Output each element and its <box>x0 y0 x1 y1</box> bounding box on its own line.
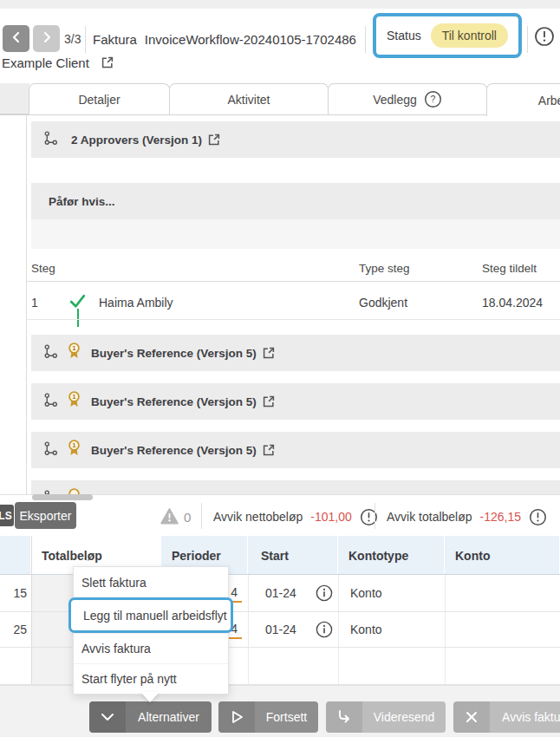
workflow-section-buyers-ref-1[interactable]: 1 Buyer's Reference (Versjon 5) <box>31 335 560 371</box>
tabbar-baseline <box>0 114 487 115</box>
workflow-section-title: Buyer's Reference (Versjon 5) <box>91 395 257 408</box>
start-value: 01-24 <box>265 586 296 600</box>
play-icon <box>218 701 255 733</box>
external-link-icon[interactable] <box>263 347 275 359</box>
horizontal-scrollbar-thumb[interactable] <box>32 494 93 500</box>
row-number: 15 <box>0 575 27 611</box>
deviation-total: Avvik totalbeløp -126,15 <box>387 501 547 532</box>
external-link-icon[interactable] <box>208 134 220 146</box>
status-label: Status <box>387 29 421 42</box>
invoice-title-value: InvoiceWorkflow-20240105-1702486 <box>145 32 356 47</box>
grid-column-line <box>445 575 446 685</box>
invoice-title: Faktura InvoiceWorkflow-20240105-1702486 <box>93 26 356 52</box>
toolbar-divider <box>201 503 202 529</box>
start-value: 01-24 <box>265 623 296 636</box>
workflow-icon <box>43 131 58 149</box>
pager-counter: 3/3 <box>64 32 81 46</box>
row-number: 25 <box>0 611 27 647</box>
question-circle-icon[interactable]: ? <box>424 90 442 108</box>
deviation-net-label: Avvik nettobeløp <box>213 510 303 524</box>
tab-aktivitet[interactable]: Aktivitet <box>169 83 329 114</box>
x-icon <box>453 701 490 733</box>
condition-empty-row <box>31 219 560 249</box>
menu-caret <box>140 692 160 702</box>
client-name: Example Client <box>2 55 89 70</box>
deviation-total-label: Avvik totalbeløp <box>387 510 472 524</box>
tab-detaljer[interactable]: Detaljer <box>29 83 170 114</box>
step-date: 18.04.2024 <box>482 296 543 310</box>
content-left-border <box>26 115 27 494</box>
toolbar-divider <box>374 503 375 529</box>
invoice-workflow-screen: 3/3 Faktura InvoiceWorkflow-20240105-170… <box>0 0 560 737</box>
button-label: Fortsett <box>255 701 318 733</box>
workflow-section-buyers-ref-3[interactable]: 1 Buyer's Reference (Versjon 5) <box>31 432 560 468</box>
medal-icon: 1 <box>67 440 81 460</box>
forward-arrow-icon <box>326 701 362 733</box>
header-divider <box>85 26 86 53</box>
steps-row-line <box>26 319 560 320</box>
grid-column-line <box>31 536 32 685</box>
status-box[interactable]: Status Til kontroll <box>373 13 522 58</box>
previous-invoice-button[interactable] <box>3 25 29 52</box>
deviation-net-value: -101,00 <box>310 510 351 524</box>
step-approver: Haima Ambily <box>99 296 173 310</box>
grid-header-konto[interactable]: Konto <box>445 536 560 575</box>
warning-triangle-icon[interactable] <box>160 508 179 528</box>
svg-text:?: ? <box>430 94 435 104</box>
medal-icon: 1 <box>67 391 81 412</box>
alternatives-button[interactable]: Alternativer <box>89 701 212 733</box>
export-button[interactable]: Eksporter <box>15 502 76 529</box>
workflow-section-approvers[interactable]: 2 Approvers (Versjon 1) <box>31 121 560 158</box>
condition-bar: Påfør hvis... <box>31 183 560 219</box>
grid-header-row-number[interactable] <box>0 536 31 575</box>
tab-label: Arbeidsflyt <box>538 94 560 108</box>
tab-label: Vedlegg <box>373 93 417 107</box>
external-link-icon[interactable] <box>263 444 275 456</box>
continue-button[interactable]: Fortsett <box>218 701 318 733</box>
grid-header-start[interactable]: Start <box>248 536 338 575</box>
header-divider <box>527 26 528 53</box>
button-label: Videresend <box>362 701 446 733</box>
steps-col-steg: Steg <box>31 262 55 275</box>
button-label: Alternativer <box>126 701 212 733</box>
workflow-section-buyers-ref-2[interactable]: 1 Buyer's Reference (Versjon 5) <box>31 383 560 420</box>
invoice-title-label: Faktura <box>93 32 137 47</box>
external-link-icon[interactable] <box>263 395 275 408</box>
chevron-right-icon <box>41 31 53 46</box>
deviation-net: Avvik nettobeløp -101,00 <box>213 501 378 532</box>
menu-item-legg-til-manuell-arbeidsflyt[interactable]: Legg til manuell arbeidsflyt <box>68 597 233 633</box>
workflow-section-title: Buyer's Reference (Versjon 5) <box>91 347 257 360</box>
chevron-left-icon <box>10 31 23 46</box>
status-badge: Til kontroll <box>431 23 508 48</box>
account-type-cell: Konto <box>338 611 445 647</box>
medal-icon: 1 <box>67 342 81 363</box>
forward-button[interactable]: Videresend <box>326 701 446 733</box>
menu-item-start-flyter-pa-nytt[interactable]: Start flyter på nytt <box>74 663 228 694</box>
tab-vedlegg[interactable]: Vedlegg ? <box>328 83 487 114</box>
client-link[interactable]: Example Client <box>2 54 114 71</box>
tab-arbeidsflyt[interactable]: Arbeidsflyt <box>486 83 560 116</box>
steps-header-line <box>26 281 560 282</box>
info-circle-icon[interactable] <box>316 584 333 602</box>
menu-item-slett-faktura[interactable]: Slett faktura <box>74 567 228 597</box>
workflow-icon <box>43 344 58 362</box>
exclamation-circle-icon[interactable] <box>534 26 555 50</box>
svg-text:1: 1 <box>72 441 76 449</box>
steps-col-type: Type steg <box>359 262 410 275</box>
info-circle-icon[interactable] <box>316 621 333 638</box>
tabbar-filler <box>0 83 29 114</box>
workflow-icon <box>43 441 58 460</box>
step-number: 1 <box>31 296 38 310</box>
steps-col-assigned: Steg tildelt <box>482 262 537 275</box>
svg-text:1: 1 <box>72 393 76 401</box>
warning-count: 0 <box>184 510 191 525</box>
xls-chip[interactable]: XLS <box>0 505 14 526</box>
top-strip <box>0 0 560 9</box>
condition-label: Påfør hvis... <box>49 195 115 208</box>
menu-item-avvis-faktura[interactable]: Avvis faktura <box>74 633 228 663</box>
exclamation-circle-icon[interactable] <box>529 508 547 526</box>
reject-invoice-button[interactable]: Avvis faktura <box>453 701 560 733</box>
deviation-total-value: -126,15 <box>480 510 521 524</box>
next-invoice-button[interactable] <box>33 25 60 52</box>
grid-header-kontotype[interactable]: Kontotype <box>338 536 445 575</box>
